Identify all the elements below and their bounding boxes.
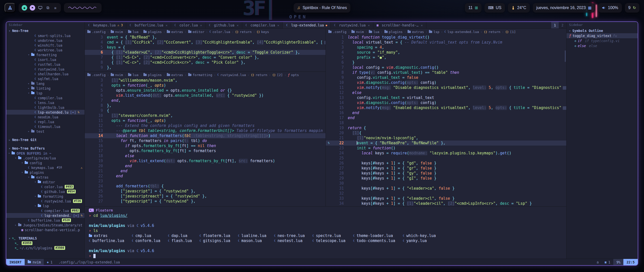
breadcrumb-item[interactable]: ☾lsp-extended.lua	[444, 30, 479, 34]
tab-rustywind.lua[interactable]: ☾rustywind.lua×	[331, 22, 373, 28]
symbol-item[interactable]: ◇elseelse	[567, 43, 638, 48]
ls-file[interactable]: ☾flash.lua	[168, 238, 192, 243]
updates-module[interactable]: 9↻	[625, 3, 639, 13]
breadcrumb-item[interactable]: lua	[369, 30, 379, 34]
breadcrumb-item[interactable]: extras	[408, 30, 424, 34]
tree-item[interactable]: >_#2859	[6, 241, 85, 246]
ls-file[interactable]: ☾telescope.lua	[312, 238, 346, 243]
workspace-media[interactable]: ◆	[22, 5, 27, 11]
ls-file[interactable]: ☾floaterm.lua	[199, 233, 230, 238]
tree-item[interactable]: ▾formatting	[6, 194, 85, 199]
ls-file[interactable]: ☾neo-tree.lua	[274, 233, 305, 238]
tree-item[interactable]: ▸linting	[6, 86, 85, 91]
tree-item[interactable]: ☾shellharden.lua	[6, 72, 85, 76]
breadcrumb-item[interactable]: .config	[328, 30, 347, 34]
breadcrumb-item[interactable]: plugins	[143, 30, 162, 34]
tree-item[interactable]: ☾bufferline.lua#328	[6, 218, 85, 223]
symbol-item[interactable]: ƒtoggle_diag_virtextfu	[567, 33, 638, 38]
window-count-module[interactable]: 11⊞	[465, 3, 481, 13]
tree-item[interactable]: ☾rustywind.lua#726	[6, 199, 85, 203]
tab-compiler.lua[interactable]: ☾compiler.lua×	[242, 22, 283, 28]
tree-item[interactable]: >_~/.c/n/l/plugins#3980	[6, 246, 85, 250]
ls-file[interactable]: ☾which-key.lua	[403, 233, 436, 238]
scrollbar-thumb[interactable]	[565, 50, 566, 62]
pane-rustywind-lua[interactable]: .config›nvim›lua›plugins›extras›formatti…	[85, 72, 326, 206]
close-icon[interactable]: ×	[421, 23, 423, 27]
tree-item[interactable]: ☾keymaps.lua#10⚠	[6, 165, 85, 170]
tree-item[interactable]: ▾OPEN BUFFERS in ~	[6, 151, 85, 156]
workspace-flag[interactable]: ⚑	[30, 5, 35, 11]
tree-item[interactable]: ☾github.lua#654	[6, 189, 85, 194]
close-icon[interactable]: ×	[277, 23, 279, 27]
breadcrumb-item[interactable]: {}keys	[257, 30, 269, 34]
breadcrumb-item[interactable]: extras	[167, 73, 183, 77]
breadcrumb-item[interactable]: ☾color.lua	[209, 30, 230, 34]
code-area[interactable]: 1local function toggle_diag_virtext()2 l…	[326, 35, 567, 206]
ls-file[interactable]: ☾dap.lua	[168, 233, 192, 238]
harpoon-slot[interactable]: ◈1	[44, 260, 55, 264]
breadcrumb-item[interactable]: .config	[87, 73, 106, 77]
tab-scrollbar-handle-[interactable]: ▦scrollbar-handle-…×	[373, 22, 426, 28]
tree-item[interactable]: ▦scrollbar-handle-vertical.p	[6, 227, 85, 232]
floating-terminal[interactable]: >_Floaterm›cdlua/plugins/nvim/lua/plugin…	[85, 206, 566, 259]
tab-bufferline.lua[interactable]: ☾bufferline.lua×	[126, 22, 171, 28]
tree-item[interactable]: ☾smart-splits.lua	[6, 33, 85, 38]
terminal-cursor[interactable]	[93, 254, 96, 258]
date-module[interactable]: jueves, noviembre 16, 2023▦	[533, 3, 595, 13]
tree-item[interactable]: ☾undotree.lua	[6, 38, 85, 43]
keyboard-layout-module[interactable]: ⌨US	[485, 3, 505, 13]
symbols-outline-header[interactable]: ▾ Symbols Outline	[567, 28, 638, 33]
ls-file[interactable]: ☾gitsigns.lua	[199, 238, 230, 243]
tab-lsp-extended.lua[interactable]: ☾lsp-extended.lua●	[283, 22, 331, 28]
tree-item[interactable]: ▾lsp	[6, 91, 85, 95]
ls-file[interactable]: ☾yanky.lua	[403, 238, 436, 243]
media-player-module[interactable]: ♫ Spiritbox - Rule Of Nines	[294, 3, 350, 13]
section-header-neo-tree-git[interactable]: ▸Neo-Tree Git	[6, 137, 85, 142]
breadcrumb-item[interactable]: ☾rustywind.lua	[217, 73, 246, 77]
tree-item[interactable]: ▾.config/nvim/lua	[6, 156, 85, 160]
breadcrumb-item[interactable]: lsp	[429, 30, 439, 34]
ls-file[interactable]: ☾cmp.lua	[132, 233, 160, 238]
breadcrumb-item[interactable]: {}return	[251, 73, 267, 77]
tree-item[interactable]: ☾worktree.lua	[6, 48, 85, 52]
ls-file[interactable]: ☾theme-loader.lua	[353, 233, 395, 238]
tree-item[interactable]: ▾extras	[6, 175, 85, 180]
tree-item[interactable]: ☾rustfmt.lua	[6, 62, 85, 67]
volume-module[interactable]: 100%	[598, 3, 622, 13]
close-icon[interactable]: ×	[166, 23, 168, 27]
ls-file[interactable]: ☾lualine.lua	[238, 233, 266, 238]
section-header-terminals[interactable]: ▾>_TERMINALS	[6, 235, 85, 241]
ls-file[interactable]: ☾conform.lua	[132, 238, 160, 243]
window-title-pill[interactable]	[64, 3, 102, 13]
breadcrumb-item[interactable]: lua	[128, 30, 138, 34]
workspace-monitor-icon[interactable]	[38, 6, 43, 10]
temperature-module[interactable]: 24°C	[508, 3, 530, 13]
code-area[interactable]: 3 [1]"williamboman/mason.nvim",4 opts = …	[85, 78, 326, 206]
breadcrumb-item[interactable]: nvim	[351, 30, 364, 34]
tree-item[interactable]: ☾lsp-extended.lu[+]ϟ	[6, 213, 85, 218]
breadcrumb-item[interactable]: ƒopts	[288, 73, 299, 77]
breadcrumb-item[interactable]: plugins	[384, 30, 403, 34]
tree-item[interactable]: ▸Juegos/Indies/SteamLibrary/st	[6, 223, 85, 227]
tree-item[interactable]: ☾winshift.lua	[6, 43, 85, 48]
pane-color-lua[interactable]: .config›nvim›lua›plugins›extras›editor›☾…	[85, 29, 326, 72]
breadcrumb-item[interactable]: nvim	[111, 30, 123, 34]
tab-page-2[interactable]: 2	[559, 22, 566, 28]
code-area[interactable]: 3event = { "BufRead" },4cmd = { [1]"CccP…	[85, 35, 326, 72]
tree-item[interactable]: ▾plugins	[6, 170, 85, 175]
tree-item[interactable]: ▸test	[6, 129, 85, 134]
tree-item[interactable]: ☾repl.lua	[6, 119, 85, 124]
tree-item[interactable]: ☾lens.lua	[6, 100, 85, 105]
breadcrumb-item[interactable]: {}[2]	[272, 73, 283, 77]
section-header-neo-tree[interactable]: ▾Neo-Tree	[6, 28, 85, 33]
breadcrumb-item[interactable]: nvim	[111, 73, 123, 77]
close-icon[interactable]: ×	[200, 23, 202, 27]
launcher-button[interactable]	[5, 3, 16, 13]
tree-item[interactable]: ☾compiler.lua#682	[6, 208, 85, 213]
tree-item[interactable]: ▾formatting	[6, 52, 85, 57]
breadcrumb-item[interactable]: {}[1]	[505, 30, 516, 34]
ls-file[interactable]: ☾todo-comments.lua	[353, 238, 395, 243]
close-icon[interactable]: ×	[237, 23, 239, 27]
tab-keymaps.lua[interactable]: ☾keyma​ps.lua⚠3	[85, 22, 126, 28]
breadcrumb-item[interactable]: {}return	[235, 30, 252, 34]
